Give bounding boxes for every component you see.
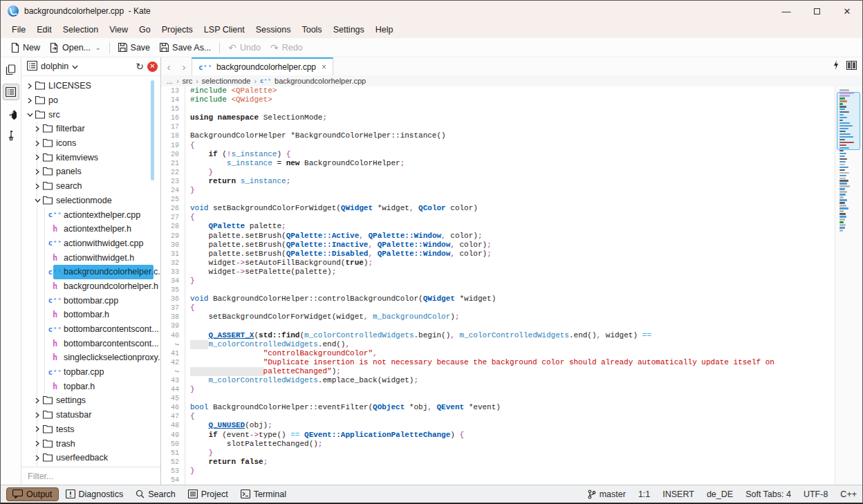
tree-file-actionwithwidget-cpp[interactable]: c⁺⁺actionwithwidget.cpp bbox=[21, 236, 160, 251]
diagnostics-panel-button[interactable]: Diagnostics bbox=[60, 488, 129, 501]
back-icon[interactable]: ‹ bbox=[161, 57, 176, 75]
tree-file-bottombarcontentscont[interactable]: c⁺⁺bottombarcontentscont... bbox=[21, 322, 160, 337]
forward-icon[interactable]: › bbox=[176, 57, 192, 75]
tree-folder-tests[interactable]: tests bbox=[21, 422, 160, 437]
tree-file-topbar-h[interactable]: htopbar.h bbox=[21, 379, 160, 393]
status-master[interactable]: master bbox=[588, 489, 626, 499]
arrow-right-icon[interactable] bbox=[26, 97, 34, 104]
tab-close-icon[interactable]: × bbox=[322, 62, 326, 72]
breadcrumb-[interactable]: ... bbox=[167, 77, 173, 85]
titlebar[interactable]: backgroundcolorhelper.cpp - Kate — ✕ bbox=[1, 1, 862, 21]
tree-folder-kitemviews[interactable]: kitemviews bbox=[21, 150, 160, 165]
reload-icon[interactable]: ↻ bbox=[136, 62, 144, 71]
output-panel-button[interactable]: Output bbox=[6, 487, 59, 501]
tree-folder-licenses[interactable]: LICENSES bbox=[21, 79, 160, 93]
project-name[interactable]: dolphin bbox=[41, 62, 68, 71]
tree-folder-po[interactable]: po bbox=[21, 93, 160, 108]
tree-file-topbar-cpp[interactable]: c⁺⁺topbar.cpp bbox=[21, 365, 160, 380]
filter-input[interactable] bbox=[21, 467, 160, 485]
redo-button[interactable]: ↷Redo bbox=[266, 41, 308, 55]
strip-symbols-icon[interactable] bbox=[3, 128, 19, 144]
menu-settings[interactable]: Settings bbox=[328, 24, 370, 36]
split-view-icon[interactable] bbox=[846, 60, 857, 73]
arrow-right-icon[interactable] bbox=[33, 426, 41, 432]
tree-scrollbar[interactable] bbox=[151, 80, 154, 180]
status-soft-tabs-4[interactable]: Soft Tabs: 4 bbox=[745, 489, 791, 499]
tree-file-singleclickselectionproxy[interactable]: hsingleclickselectionproxy... bbox=[21, 351, 160, 365]
tree-file-actiontexthelper-cpp[interactable]: c⁺⁺actiontexthelper.cpp bbox=[21, 207, 160, 222]
chevron-down-icon[interactable]: ⌄ bbox=[95, 44, 101, 51]
menu-edit[interactable]: Edit bbox=[31, 24, 57, 36]
arrow-right-icon[interactable] bbox=[33, 169, 41, 175]
status-c[interactable]: C++ bbox=[840, 489, 857, 499]
arrow-right-icon[interactable] bbox=[33, 140, 41, 147]
tree-folder-settings[interactable]: settings bbox=[21, 393, 160, 408]
menu-projects[interactable]: Projects bbox=[156, 24, 198, 36]
breadcrumb-src[interactable]: src bbox=[183, 77, 193, 85]
arrow-down-icon[interactable] bbox=[26, 113, 34, 117]
project-panel-button[interactable]: Project bbox=[183, 488, 234, 501]
strip-documents-icon[interactable] bbox=[3, 62, 19, 78]
tree-folder-panels[interactable]: panels bbox=[21, 165, 160, 179]
arrow-right-icon[interactable] bbox=[33, 398, 41, 404]
arrow-right-icon[interactable] bbox=[33, 126, 41, 132]
open-button[interactable]: Open...⌄ bbox=[45, 41, 106, 55]
tree-folder-src[interactable]: src bbox=[21, 107, 160, 122]
breadcrumb-selectionmode[interactable]: selectionmode bbox=[202, 77, 251, 85]
chevron-down-icon[interactable] bbox=[72, 62, 78, 71]
tree-file-backgroundcolorhelper-c[interactable]: c⁺⁺backgroundcolorhelper.c... bbox=[21, 265, 160, 279]
status-de-de[interactable]: de_DE bbox=[707, 489, 733, 499]
search-panel-button[interactable]: Search bbox=[130, 488, 181, 501]
maximize-icon[interactable] bbox=[801, 1, 832, 21]
minimize-icon[interactable]: — bbox=[771, 1, 801, 21]
tree-file-bottombar-cpp[interactable]: c⁺⁺bottombar.cpp bbox=[21, 293, 160, 308]
arrow-right-icon[interactable] bbox=[33, 412, 41, 418]
tree-folder-search[interactable]: search bbox=[21, 179, 160, 194]
tree-file-actionwithwidget-h[interactable]: hactionwithwidget.h bbox=[21, 250, 160, 265]
new-button[interactable]: New bbox=[6, 41, 45, 55]
tree-file-bottombar-h[interactable]: hbottombar.h bbox=[21, 308, 160, 322]
save-as-button[interactable]: Save As... bbox=[155, 41, 216, 55]
arrow-right-icon[interactable] bbox=[33, 455, 41, 461]
tree-folder-filterbar[interactable]: filterbar bbox=[21, 122, 160, 136]
status-insert[interactable]: INSERT bbox=[662, 489, 694, 499]
menu-view[interactable]: View bbox=[104, 24, 133, 36]
menu-file[interactable]: File bbox=[6, 24, 31, 36]
close-icon[interactable]: ✕ bbox=[832, 1, 862, 21]
status-1-1[interactable]: 1:1 bbox=[638, 489, 650, 499]
strip-git-icon[interactable] bbox=[3, 106, 19, 122]
tree-folder-trash[interactable]: trash bbox=[21, 436, 160, 451]
tree-folder-userfeedback[interactable]: userfeedback bbox=[21, 451, 160, 465]
menu-help[interactable]: Help bbox=[370, 24, 399, 36]
undo-button[interactable]: ↶Undo bbox=[223, 41, 266, 55]
save-button[interactable]: Save bbox=[113, 41, 156, 55]
chevron-down-icon[interactable] bbox=[72, 65, 78, 69]
tab-backgroundcolorhelper[interactable]: c⁺⁺ backgroundcolorhelper.cpp × bbox=[192, 57, 333, 75]
tree-file-backgroundcolorhelper-h[interactable]: hbackgroundcolorhelper.h bbox=[21, 279, 160, 294]
tree-folder-icons[interactable]: icons bbox=[21, 136, 160, 151]
minimap-viewport[interactable] bbox=[837, 92, 860, 150]
status-utf-8[interactable]: UTF-8 bbox=[804, 489, 828, 499]
menu-selection[interactable]: Selection bbox=[57, 24, 104, 36]
arrow-right-icon[interactable] bbox=[33, 183, 41, 189]
menu-tools[interactable]: Tools bbox=[296, 24, 327, 36]
menu-lsp-client[interactable]: LSP Client bbox=[198, 24, 250, 36]
tree-folder-statusbar[interactable]: statusbar bbox=[21, 408, 160, 422]
arrow-down-icon[interactable] bbox=[33, 198, 41, 203]
code-editor[interactable]: 13#include <QPalette>14#include <QWidget… bbox=[161, 86, 862, 485]
line-number: 41 bbox=[161, 349, 185, 358]
breadcrumb-backgroundcolorhelper-cpp[interactable]: backgroundcolorhelper.cpp bbox=[275, 77, 366, 85]
arrow-right-icon[interactable] bbox=[26, 83, 34, 89]
minimap[interactable] bbox=[835, 86, 862, 485]
close-project-icon[interactable]: ✕ bbox=[147, 62, 158, 72]
tree-file-actiontexthelper-h[interactable]: hactiontexthelper.h bbox=[21, 222, 160, 236]
tree-file-bottombarcontentscont[interactable]: hbottombarcontentscont... bbox=[21, 336, 160, 351]
arrow-right-icon[interactable] bbox=[33, 440, 41, 447]
quick-open-icon[interactable] bbox=[833, 60, 839, 73]
menu-go[interactable]: Go bbox=[133, 24, 156, 36]
tree-folder-selectionmode[interactable]: selectionmode bbox=[21, 194, 160, 208]
menu-sessions[interactable]: Sessions bbox=[250, 24, 297, 36]
strip-projects-icon[interactable] bbox=[3, 84, 19, 100]
terminal-panel-button[interactable]: Terminal bbox=[235, 488, 292, 501]
arrow-right-icon[interactable] bbox=[33, 154, 41, 160]
